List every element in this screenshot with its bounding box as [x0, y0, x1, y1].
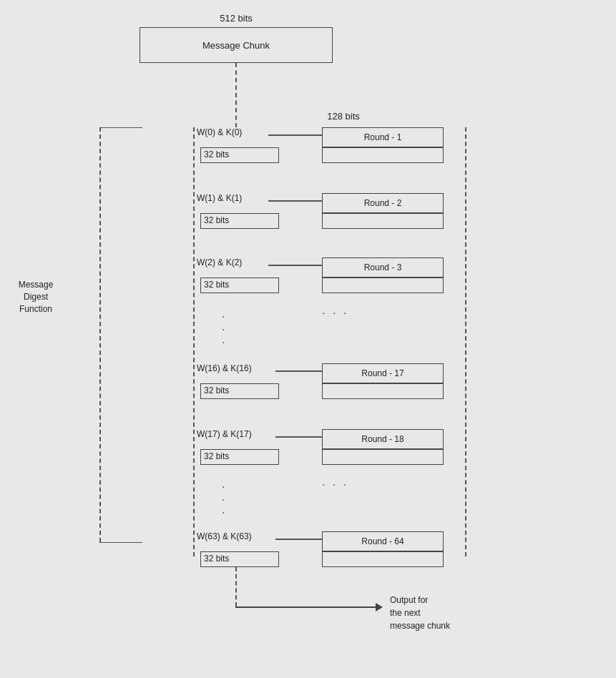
bits-label-1: 32 bits [204, 149, 229, 159]
round-subbox-1 [322, 147, 444, 163]
dots-7: . [222, 491, 225, 503]
diagram: 512 bits Message Chunk 128 bits MessageD… [0, 0, 616, 678]
bits-label-3: 32 bits [204, 280, 229, 290]
bits-label-64: 32 bits [204, 554, 229, 564]
round-subbox-3 [322, 277, 444, 293]
round-box-17: Round - 17 [322, 363, 444, 383]
round-subbox-2 [322, 213, 444, 229]
left-rail [193, 127, 195, 556]
mdf-bot-hline-left [99, 542, 142, 543]
round-box-64: Round - 64 [322, 531, 444, 551]
wk-hline-1 [268, 134, 322, 136]
wk-label-3: W(2) & K(2) [197, 257, 242, 267]
message-chunk-label: Message Chunk [202, 40, 270, 51]
wk-hline-64 [275, 539, 322, 540]
message-chunk-box: Message Chunk [140, 27, 333, 63]
mdf-label: MessageDigestFunction [11, 279, 61, 315]
dots-2: . [222, 308, 225, 320]
dots-3: . [222, 320, 225, 333]
wk-hline-2 [268, 200, 322, 202]
bits-512-label: 512 bits [172, 13, 300, 24]
mdf-top-hline-left [99, 127, 142, 128]
wk-label-64: W(63) & K(63) [197, 531, 252, 541]
wk-label-1: W(0) & K(0) [197, 127, 242, 137]
wk-label-18: W(17) & K(17) [197, 429, 252, 439]
wk-label-2: W(1) & K(1) [197, 193, 242, 203]
wk-hline-18 [275, 436, 322, 438]
bits-label-18: 32 bits [204, 451, 229, 461]
wk-hline-3 [268, 265, 322, 266]
vline-top [235, 63, 237, 127]
round-subbox-64 [322, 551, 444, 567]
bits-label-17: 32 bits [204, 385, 229, 396]
round-subbox-17 [322, 383, 444, 399]
mdf-left-vline [99, 127, 101, 542]
round-box-18: Round - 18 [322, 429, 444, 449]
round-box-3: Round - 3 [322, 257, 444, 277]
round-box-2: Round - 2 [322, 193, 444, 213]
vline-bottom [235, 567, 237, 606]
right-rail [465, 127, 466, 556]
round-subbox-18 [322, 449, 444, 465]
dots-1: . . . [322, 304, 348, 317]
wk-hline-17 [275, 370, 322, 372]
bits-128-label: 128 bits [308, 111, 379, 122]
output-arrow-head [376, 603, 383, 611]
round-box-1: Round - 1 [322, 127, 444, 147]
output-label: Output forthe nextmessage chunk [390, 594, 450, 632]
output-hline [235, 606, 378, 608]
dots-6: . [222, 478, 225, 491]
dots-5: . . . [322, 476, 348, 488]
bits-label-2: 32 bits [204, 215, 229, 225]
wk-label-17: W(16) & K(16) [197, 363, 252, 373]
dots-8: . [222, 503, 225, 516]
dots-4: . [222, 333, 225, 346]
